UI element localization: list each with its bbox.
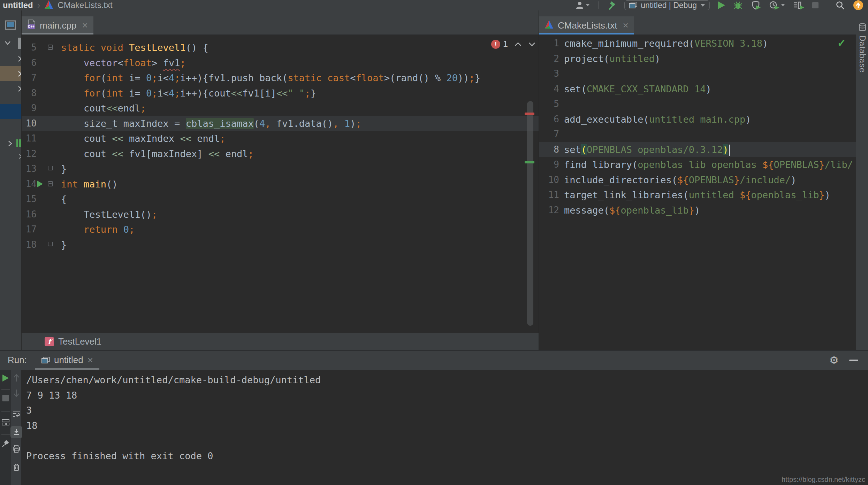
code-line[interactable]: set(OPENBLAS openblas/0.3.12) bbox=[564, 142, 853, 157]
tree-row[interactable] bbox=[0, 36, 22, 51]
tab-cmakelists[interactable]: CMakeLists.txt × bbox=[539, 16, 634, 34]
inspection-ok-icon[interactable]: ✓ bbox=[837, 37, 846, 49]
code-line[interactable]: vector<float> fv1; bbox=[61, 55, 480, 71]
play-icon bbox=[718, 1, 725, 9]
run-line-icon[interactable] bbox=[37, 180, 43, 187]
search-everywhere-button[interactable] bbox=[836, 1, 845, 10]
stop-button[interactable] bbox=[2, 395, 9, 401]
build-button[interactable] bbox=[607, 1, 616, 10]
code-line[interactable]: return 0; bbox=[61, 222, 480, 237]
run-tab-untitled[interactable]: untitled × bbox=[35, 351, 99, 370]
tab-label: main.cpp bbox=[40, 20, 77, 31]
code-line[interactable]: TestLevel1(); bbox=[61, 207, 480, 222]
print-icon bbox=[12, 445, 21, 453]
code-area[interactable]: static void TestLevel1() { vector<float>… bbox=[61, 40, 480, 252]
chevron-right-icon bbox=[17, 85, 22, 92]
trash-icon bbox=[13, 463, 20, 471]
content-area: C++ main.cpp × 56789101112131415161718 s… bbox=[0, 10, 868, 350]
tool-window-icon[interactable] bbox=[5, 20, 16, 31]
profiler-button[interactable] bbox=[769, 1, 785, 10]
pin-tab-button[interactable] bbox=[1, 439, 10, 449]
run-with-options-button[interactable] bbox=[793, 1, 804, 10]
console-line: /Users/chen/work/untitled/cmake-build-de… bbox=[26, 372, 868, 388]
code-line[interactable]: set(CMAKE_CXX_STANDARD 14) bbox=[564, 82, 853, 97]
code-line[interactable] bbox=[564, 127, 853, 142]
toolbar-divider bbox=[827, 1, 827, 9]
close-icon[interactable]: × bbox=[82, 20, 88, 31]
prev-error-icon[interactable] bbox=[514, 42, 522, 47]
console-toolbar bbox=[11, 370, 22, 485]
code-line[interactable]: add_executable(untitled main.cpp) bbox=[564, 112, 853, 127]
code-line[interactable]: size_t maxIndex = cblas_isamax(4, fv1.da… bbox=[61, 116, 480, 131]
down-stack-trace-button[interactable] bbox=[13, 389, 20, 399]
code-area[interactable]: cmake_minimum_required(VERSION 3.18)proj… bbox=[564, 36, 853, 218]
stop-button[interactable] bbox=[812, 2, 818, 8]
code-line[interactable] bbox=[564, 66, 853, 82]
tree-row[interactable] bbox=[0, 149, 22, 164]
code-line[interactable]: cout << maxIndex << endl; bbox=[61, 131, 480, 146]
tree-row[interactable] bbox=[0, 81, 22, 96]
breadcrumb-project[interactable]: untitled bbox=[3, 0, 33, 10]
code-line[interactable]: static void TestLevel1() { bbox=[61, 40, 480, 55]
run-console[interactable]: /Users/chen/work/untitled/cmake-build-de… bbox=[22, 370, 868, 485]
debug-button[interactable] bbox=[733, 1, 743, 10]
rerun-button[interactable] bbox=[2, 375, 9, 382]
run-with-coverage-button[interactable] bbox=[751, 1, 761, 10]
soft-wrap-button[interactable] bbox=[12, 410, 21, 419]
cmake-editor[interactable]: 123456789101112 cmake_minimum_required(V… bbox=[539, 35, 856, 350]
breadcrumb-file[interactable]: CMakeLists.txt bbox=[58, 0, 112, 10]
tab-main-cpp[interactable]: C++ main.cpp × bbox=[22, 16, 93, 34]
run-config-selector[interactable]: untitled | Debug bbox=[624, 0, 710, 10]
code-line[interactable]: find_library(openblas_lib openblas ${OPE… bbox=[564, 157, 853, 172]
code-line[interactable]: int main() bbox=[61, 177, 480, 192]
cmake-file-icon bbox=[545, 20, 554, 31]
change-stripe-mark[interactable] bbox=[525, 161, 534, 163]
scroll-to-end-button[interactable] bbox=[10, 426, 22, 438]
fold-marker-icon[interactable] bbox=[48, 242, 53, 246]
close-icon[interactable]: × bbox=[623, 20, 629, 31]
code-line[interactable]: include_directories(${OPENBLAS}/include/… bbox=[564, 172, 853, 188]
print-button[interactable] bbox=[12, 445, 21, 454]
hide-panel-icon[interactable] bbox=[849, 360, 858, 361]
cpp-file-icon: C++ bbox=[27, 20, 36, 32]
code-line[interactable]: cmake_minimum_required(VERSION 3.18) bbox=[564, 36, 853, 51]
next-error-icon[interactable] bbox=[528, 42, 536, 47]
close-icon[interactable]: × bbox=[87, 355, 93, 366]
chevron-down-icon bbox=[700, 4, 705, 7]
run-button[interactable] bbox=[718, 1, 725, 9]
code-line[interactable]: } bbox=[61, 237, 480, 253]
restore-layout-button[interactable] bbox=[1, 418, 10, 428]
code-line[interactable]: { bbox=[61, 192, 480, 207]
tree-row-hovered[interactable] bbox=[0, 66, 22, 81]
settings-gear-icon[interactable]: ⚙ bbox=[829, 355, 839, 365]
inspection-widget[interactable]: ! 1 bbox=[491, 39, 536, 49]
scroll-to-end-icon bbox=[13, 429, 20, 436]
code-line[interactable] bbox=[564, 97, 853, 112]
fold-marker-icon[interactable] bbox=[48, 166, 53, 170]
tree-row[interactable] bbox=[0, 136, 22, 151]
user-account-button[interactable] bbox=[575, 1, 590, 9]
code-line[interactable]: } bbox=[61, 161, 480, 177]
pin-icon bbox=[1, 439, 10, 448]
update-arrow-icon bbox=[853, 0, 863, 10]
code-line[interactable]: message(${openblas_lib}) bbox=[564, 203, 853, 218]
editor-group-cmake: CMakeLists.txt × 123456789101112 cmake_m… bbox=[539, 10, 856, 350]
fold-marker-icon[interactable] bbox=[48, 181, 53, 186]
database-tool-button[interactable]: Database bbox=[856, 23, 868, 72]
up-stack-trace-button[interactable] bbox=[13, 373, 20, 384]
tree-row[interactable] bbox=[0, 51, 22, 66]
code-line[interactable]: project(untitled) bbox=[564, 51, 853, 67]
error-stripe-mark[interactable] bbox=[525, 113, 534, 115]
main-editor[interactable]: 56789101112131415161718 static void Test… bbox=[22, 35, 539, 333]
update-available-button[interactable] bbox=[853, 0, 863, 10]
code-line[interactable]: for(int i= 0;i<4;i++){fv1.push_back(stat… bbox=[61, 70, 480, 86]
fold-marker-icon[interactable] bbox=[48, 45, 53, 50]
code-line[interactable]: cout << fv1[maxIndex] << endl; bbox=[61, 146, 480, 162]
scrollbar-thumb[interactable] bbox=[527, 101, 533, 326]
code-line[interactable]: target_link_libraries(untitled ${openbla… bbox=[564, 187, 853, 203]
code-line[interactable]: cout<<endl; bbox=[61, 101, 480, 116]
breadcrumb-function[interactable]: TestLevel1 bbox=[58, 336, 101, 347]
clear-all-button[interactable] bbox=[13, 463, 20, 473]
tree-row-selected[interactable] bbox=[0, 104, 22, 119]
code-line[interactable]: for(int i= 0;i<4;i++){cout<<fv1[i]<<" ";… bbox=[61, 86, 480, 101]
